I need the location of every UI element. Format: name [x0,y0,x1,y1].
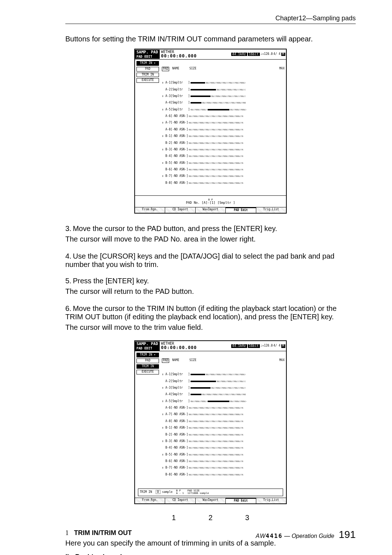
callout-numbers: 1 2 3 [65,514,356,522]
step-heading: Move the cursor to the PAD button, and p… [73,224,277,232]
bank-pad-value: A - 1 [176,492,184,495]
step-6: 6. Move the cursor to the TRIM IN button… [65,304,356,332]
time-counter: 00:00:00.000 [161,345,197,350]
pad-button[interactable]: PAD [136,358,159,363]
pad-button[interactable]: PAD [136,67,159,72]
tab-cd-import[interactable]: CD Import [165,207,195,213]
lcd-top-bar: SAMP. PAD PAD EDIT WETHER 00:00:00.000 4… [135,49,286,60]
callout-3: 3 [245,514,249,522]
screen-title-1: SAMP. PAD [135,50,160,55]
tab-from-rgn[interactable]: From Rgn. [135,498,165,503]
trim-value-field[interactable]: 0 [156,490,160,494]
lcd-top-right: 44.1kHz 16bit ♩=120.0 4/ 4 M [231,53,286,56]
lcd-top-right: 44.1kHz 16bit ♩=120.0 4/ 4 M [231,344,286,348]
model-number: 4416 [266,532,283,539]
lcd-screenshot-2: SAMP. PAD PAD EDIT WETHER 00:00:00.000 4… [134,340,287,504]
section-title: TRIM IN/TRIM OUT [74,529,132,536]
col-size: SIZE [189,358,196,362]
tab-pad-edit[interactable]: PAD Edit [226,207,256,213]
step-body: The cursor will move to the trim value f… [65,323,356,332]
trim-in-dropdown[interactable]: TRIM IN ▾ [136,353,159,357]
col-size: SIZE [189,67,196,71]
col-pad: PAD [162,358,169,362]
step-3: 3. Move the cursor to the PAD button, an… [65,224,356,244]
page-footer: AW4416 — Operation Guide 191 [256,529,356,540]
m-icon: M [281,344,285,348]
meter-text: 4/ 4 [273,53,280,56]
trim-in-button[interactable]: TRIM IN [136,73,159,77]
callout-2: 2 [208,514,212,522]
col-max: MAX [279,358,285,362]
sample-rate-badge: 44.1kHz [231,344,247,348]
screen-title-2: PAD EDIT [135,55,160,59]
bit-depth-badge: 16bit [248,344,260,348]
tab-from-rgn[interactable]: From Rgn. [135,207,165,213]
tab-pad-edit[interactable]: PAD Edit [226,498,256,503]
lcd-left-buttons: TRIM IN ▾ PAD TRIM IN EXECUTE [135,60,160,195]
col-name: NAME [172,67,179,71]
guide-label: — Operation Guide [284,533,334,539]
step-heading: Use the [CURSOR] keys and the [DATA/JOG]… [65,252,334,268]
pad-list: PAD NAME SIZE MAX ↕ A-1[Smpltr ] A-2[Smp… [160,60,286,195]
section-marker: B [65,553,70,555]
tab-trig-list[interactable]: Trig.List [256,207,286,213]
meter-text: 4/ 4 [273,344,280,348]
step-5: 5. Press the [ENTER] key. The cursor wil… [65,277,356,296]
lcd-bottom-padno: B P PAD No. [A]-[1] [Smpltr ] [135,195,286,207]
lcd-top-mid: WETHER 00:00:00.000 [160,341,231,350]
bit-depth-badge: 16bit [248,53,260,56]
step-list: 3. Move the cursor to the PAD button, an… [65,224,356,332]
screen-title-1: SAMP. PAD [135,341,160,347]
execute-button[interactable]: EXECUTE [136,78,159,83]
section-marker: 1 [65,529,69,536]
trim-value-row: TRIM IN 0 sample B PA - 1 PAD SIZE127188… [138,489,283,496]
brand-logo: AW [256,533,266,539]
section-2-label: B Bank/pad number [65,553,356,555]
tab-wav-import[interactable]: WavImport [196,498,226,503]
step-4: 4. Use the [CURSOR] keys and the [DATA/J… [65,252,356,269]
execute-button[interactable]: EXECUTE [136,370,159,374]
tempo-text: ♩=120.0 [261,344,273,348]
page-number: 191 [339,529,356,540]
step-body: The cursor will move to the PAD No. area… [65,234,356,244]
step-number: 4. [65,252,72,260]
trim-unit: sample [162,490,172,494]
col-name: NAME [172,358,179,362]
tab-wav-import[interactable]: WavImport [196,207,226,213]
trim-in-dropdown[interactable]: TRIM IN ▾ [136,61,159,66]
screen-title-2: PAD EDIT [135,347,160,351]
step-heading: Press the [ENTER] key. [73,277,149,285]
step-heading: Move the cursor to the TRIM IN button (i… [65,304,336,321]
trim-in-label: TRIM IN [140,491,152,494]
sample-rate-badge: 44.1kHz [231,53,247,56]
trim-in-button-selected[interactable]: TRIM IN [136,364,159,369]
lcd-screenshot-1: SAMP. PAD PAD EDIT WETHER 00:00:00.000 4… [134,49,287,214]
m-icon: M [281,53,285,56]
lcd-top-mid: WETHER 00:00:00.000 [160,50,231,58]
pad-size-value: 1271886 sample [187,492,209,495]
pad-list-rows: ↕ A-1[Smpltr ] A-2[Smpltr ] ↕ A-3[Smpltr… [162,369,285,479]
section-title: Bank/pad number [75,553,130,555]
tab-cd-import[interactable]: CD Import [165,498,195,503]
lcd-tabs: From Rgn. CD Import WavImport PAD Edit T… [135,207,286,213]
intro-text: Buttons for setting the TRIM IN/TRIM OUT… [65,35,356,43]
pad-list: PAD NAME SIZE MAX ↕ A-1[Smpltr ] A-2[Smp… [160,351,286,487]
lcd-top-bar: SAMP. PAD PAD EDIT WETHER 00:00:00.000 4… [135,341,286,351]
chapter-header: Chapter12—Sampling pads [65,15,356,24]
tab-trig-list[interactable]: Trig.List [256,498,286,503]
step-body: The cursor will return to the PAD button… [65,287,356,296]
col-pad: PAD [162,67,169,71]
step-number: 6. [65,304,72,312]
step-number: 3. [65,224,72,232]
pad-list-rows: ↕ A-1[Smpltr ] A-2[Smpltr ] ↕ A-3[Smpltr… [162,78,285,188]
pad-no-text[interactable]: PAD No. [A]-[1] [Smpltr ] [186,201,235,204]
callout-1: 1 [172,514,176,522]
col-max: MAX [279,67,285,71]
lcd-tabs: From Rgn. CD Import WavImport PAD Edit T… [135,498,286,503]
time-counter: 00:00:00.000 [161,53,197,58]
step-number: 5. [65,277,72,285]
lcd-left-buttons: TRIM IN ▾ PAD TRIM IN EXECUTE [135,351,160,487]
tempo-text: ♩=120.0 [261,53,273,56]
